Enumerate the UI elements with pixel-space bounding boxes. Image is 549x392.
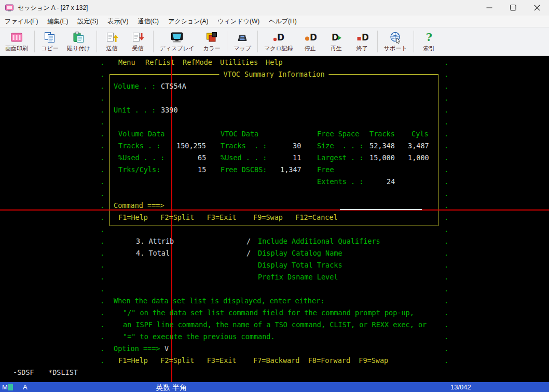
map-icon [236,31,249,44]
margin-dot: . [100,261,104,270]
terminal-text: an ISPF line command, the name of a TSO … [123,320,427,329]
terminal-screen[interactable]: VTOC Summary Information MenuRefListRefM… [0,56,549,382]
terminal-text: Display Total Tracks [258,261,342,270]
terminal-text: / [246,237,251,246]
terminal-text: V [164,344,169,353]
svg-text:?: ? [426,31,432,44]
terminal-text: 11 [293,153,301,162]
maximize-button[interactable] [501,0,525,16]
margin-dot: . [444,225,448,234]
menu-item-settings[interactable]: 設定(S) [73,16,103,27]
cursor-ruler-horizontal [0,209,549,211]
terminal-text: Command ===> [114,201,164,210]
terminal-text: Trks/Cyls: [118,165,160,174]
menu-item-edit[interactable]: 編集(E) [43,16,73,27]
terminal-text: Extents . : [317,177,363,186]
toolbar-button-color[interactable]: カラー [199,30,225,53]
terminal-text: / [246,249,251,258]
close-button[interactable] [525,0,549,16]
svg-text:D: D [310,32,317,43]
toolbar-button-display[interactable]: ディスプレイ [156,30,199,53]
menu-bar: ファイル(F)編集(E)設定(S)表示(V)通信(C)アクション(A)ウィンドウ… [0,16,549,27]
terminal-text: Help [266,58,283,67]
margin-dot: . [100,309,104,317]
support-icon [389,31,402,44]
margin-dot: . [100,213,104,222]
terminal-text: Free Space [317,130,359,138]
stop-icon: D [304,31,317,44]
terminal-text: RefMode [183,58,212,67]
terminal-text: Unit . . : [114,106,156,115]
toolbar-separator [377,31,378,52]
margin-dot: . [100,249,104,258]
toolbar-button-exit[interactable]: D終了 [349,30,375,53]
toolbar: 画面印刷コピー貼り付け送信受信ディスプレイカラーマップDマクロ記録D停止D再生D… [0,27,549,56]
margin-dot: . [444,118,448,127]
margin-dot: . [100,201,104,210]
toolbar-button-label: 索引 [423,45,435,52]
toolbar-button-receive[interactable]: 受信 [125,30,151,53]
macro-record-icon: D [272,31,285,44]
terminal-text: Include Additional Qualifiers [258,237,380,246]
margin-dot: . [100,142,104,150]
toolbar-button-label: カラー [203,45,221,52]
menu-item-communication[interactable]: 通信(C) [133,16,163,27]
margin-dot: . [444,142,448,150]
toolbar-separator [34,31,35,52]
margin-dot: . [444,177,448,186]
margin-dot: . [444,344,448,353]
margin-dot: . [444,165,448,174]
terminal-text: Prefix Dsname Level [258,273,338,282]
menu-item-help[interactable]: ヘルプ(H) [264,16,301,27]
send-icon [106,31,118,44]
terminal-text: *DSLIST [48,368,78,377]
toolbar-button-stop[interactable]: D停止 [297,30,323,53]
toolbar-button-label: 送信 [106,45,118,52]
margin-dot: . [444,153,448,162]
terminal-text: 15,000 [369,153,395,162]
toolbar-button-send[interactable]: 送信 [99,30,125,53]
terminal-text: Menu [118,58,135,67]
toolbar-button-macro-record[interactable]: Dマクロ記録 [260,30,297,53]
toolbar-button-support[interactable]: サポート [380,30,411,53]
command-input-field[interactable] [340,209,422,210]
menu-item-file[interactable]: ファイル(F) [0,16,43,27]
toolbar-button-index[interactable]: ?索引 [416,30,442,53]
margin-dot: . [100,118,104,127]
margin-dot: . [444,261,448,270]
margin-dot: . [444,106,448,115]
toolbar-button-label: コピー [41,45,59,52]
terminal-text: 150,255 [176,142,206,150]
toolbar-button-paste[interactable]: 貼り付け [63,30,94,53]
toolbar-button-play[interactable]: D再生 [323,30,349,53]
terminal-text: 3. Attrib [136,237,174,246]
toolbar-separator [153,31,154,52]
menu-item-window[interactable]: ウィンドウ(W) [213,16,265,27]
operator-information-area: M A 英数 半角 13/042 [0,382,549,392]
toolbar-separator [414,31,414,52]
index-icon: ? [423,31,435,44]
minimize-button[interactable] [477,0,501,16]
terminal-text: %Used . . : [221,153,267,162]
margin-dot: . [444,130,448,138]
toolbar-button-map[interactable]: マップ [229,30,255,53]
margin-dot: . [100,237,104,246]
margin-dot: . [100,165,104,174]
paste-icon [72,31,85,44]
margin-dot: . [444,309,448,317]
toolbar-button-label: 受信 [132,45,144,52]
margin-dot: . [444,320,448,329]
oia-system-indicator: M [2,383,8,391]
toolbar-button-print-screen[interactable]: 画面印刷 [1,30,32,53]
toolbar-button-copy[interactable]: コピー [37,30,63,53]
margin-dot: . [100,332,104,341]
margin-dot: . [100,225,104,234]
menu-item-view[interactable]: 表示(V) [103,16,133,27]
margin-dot: . [100,130,104,138]
margin-dot: . [100,82,104,91]
terminal-text: Tracks . : [221,142,267,150]
margin-dot: . [444,273,448,282]
margin-dot: . [444,94,448,103]
menu-item-actions[interactable]: アクション(A) [163,16,213,27]
toolbar-button-label: 再生 [331,45,342,52]
